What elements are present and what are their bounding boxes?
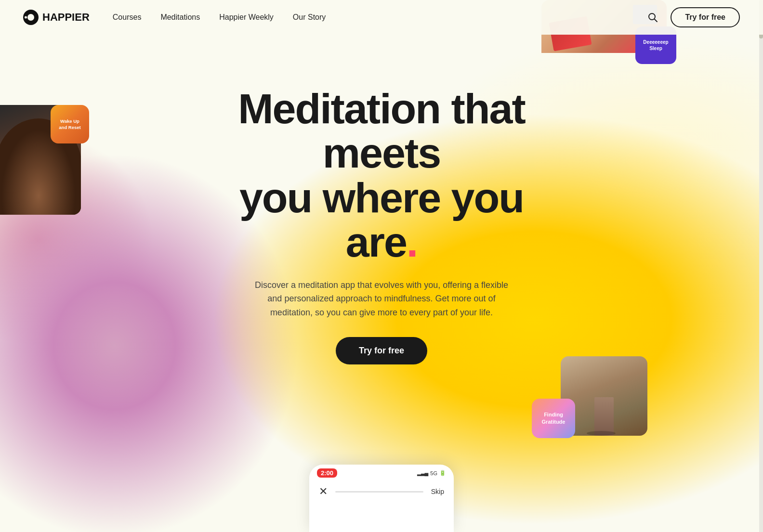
gratitude-badge: FindingGratitude bbox=[532, 399, 575, 438]
wake-badge-text: Wake Upand Reset bbox=[59, 118, 80, 131]
nav-happier-weekly[interactable]: Happier Weekly bbox=[219, 13, 274, 21]
phone-status-bar: 2:00 ▂▃▄ 5G 🔋 bbox=[309, 465, 454, 480]
phone-progress-bar bbox=[335, 491, 423, 493]
logo[interactable]: HAPPIER bbox=[23, 10, 90, 25]
battery-icon: 🔋 bbox=[439, 470, 446, 476]
logo-icon bbox=[23, 10, 39, 25]
signal-bars-icon: ▂▃▄ bbox=[417, 470, 429, 476]
logo-text: HAPPIER bbox=[42, 11, 90, 24]
hero-subtitle: Discover a meditation app that evolves w… bbox=[251, 278, 512, 320]
scrollbar[interactable] bbox=[759, 0, 763, 532]
signal-type: 5G bbox=[430, 470, 437, 476]
gratitude-badge-text: FindingGratitude bbox=[542, 411, 566, 426]
nav-courses[interactable]: Courses bbox=[113, 13, 142, 21]
phone-skip-button[interactable]: Skip bbox=[431, 488, 444, 495]
search-icon bbox=[647, 12, 658, 23]
wake-badge: Wake Upand Reset bbox=[51, 105, 89, 143]
hero-section: DeeeeeeepSleep Wake Upand Reset Meditati… bbox=[0, 0, 763, 532]
sleep-badge-text: DeeeeeeepSleep bbox=[643, 39, 668, 52]
phone-close-button[interactable]: ✕ bbox=[319, 485, 328, 498]
hero-title-dot: . bbox=[407, 218, 417, 266]
hero-title: Meditation that meets you where you are. bbox=[198, 87, 565, 265]
hero-title-line2: you where you are bbox=[239, 174, 524, 266]
try-for-free-button-hero[interactable]: Try for free bbox=[336, 337, 427, 364]
try-for-free-button-nav[interactable]: Try for free bbox=[671, 7, 740, 27]
nav-right: Try for free bbox=[645, 7, 740, 27]
search-button[interactable] bbox=[645, 9, 661, 26]
svg-line-1 bbox=[655, 19, 658, 22]
nav-our-story[interactable]: Our Story bbox=[293, 13, 326, 21]
hero-content: Meditation that meets you where you are.… bbox=[198, 87, 565, 364]
logo-circle bbox=[27, 14, 34, 21]
hero-title-line1: Meditation that meets bbox=[238, 85, 525, 177]
phone-controls: ✕ Skip bbox=[309, 481, 454, 502]
phone-time: 2:00 bbox=[317, 468, 337, 478]
nav-links: Courses Meditations Happier Weekly Our S… bbox=[113, 13, 326, 22]
phone-signal: ▂▃▄ 5G 🔋 bbox=[417, 470, 446, 476]
nav-meditations[interactable]: Meditations bbox=[160, 13, 200, 21]
phone-mockup: 2:00 ▂▃▄ 5G 🔋 ✕ Skip bbox=[309, 465, 454, 532]
navbar: HAPPIER Courses Meditations Happier Week… bbox=[0, 0, 763, 35]
